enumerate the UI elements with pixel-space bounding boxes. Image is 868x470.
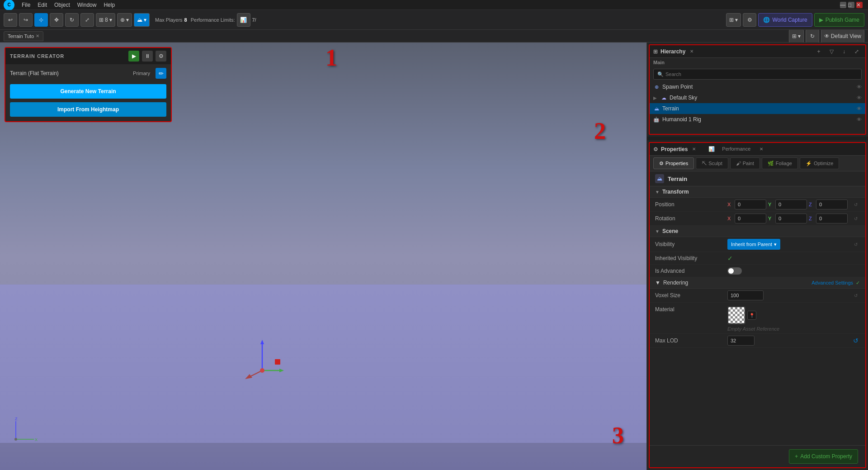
terrain-tuto-close[interactable]: ✕ — [36, 33, 39, 38]
hierarchy-item-terrain[interactable]: ⛰ Terrain 👁 — [650, 103, 865, 114]
add-custom-property-btn[interactable]: + Add Custom Property — [789, 449, 858, 464]
properties-close-btn[interactable]: ✕ — [692, 147, 696, 152]
voxel-size-reset-btn[interactable]: ↺ — [852, 291, 860, 299]
rotation-reset-btn[interactable]: ↺ — [852, 214, 860, 223]
properties-icon: ⚙ — [653, 146, 658, 152]
annotation-1: 1 — [326, 46, 337, 70]
redo-btn[interactable]: ↪ — [19, 13, 33, 27]
nav-tab-properties[interactable]: ⚙ Properties — [653, 157, 694, 169]
menu-object[interactable]: Object — [54, 2, 70, 8]
maximize-btn[interactable]: □ — [848, 2, 854, 8]
viewport[interactable]: TERRAIN CREATOR ▶ ⏸ ⚙ Terrain (Flat Terr… — [0, 43, 646, 470]
rotate-tool-btn[interactable]: ↻ — [65, 13, 79, 27]
nav-tab-paint[interactable]: 🖌 Paint — [730, 157, 760, 169]
panel-spacer — [647, 137, 868, 140]
hierarchy-item-spawn[interactable]: ⊕ Spawn Point 👁 — [650, 81, 865, 92]
pos-x-input[interactable] — [735, 199, 766, 209]
performance-icon: 📊 — [708, 146, 715, 152]
menu-window[interactable]: Window — [77, 2, 97, 8]
rot-z-input[interactable] — [816, 214, 848, 223]
nav-tab-optimize[interactable]: ⚡ Optimize — [800, 157, 839, 169]
is-advanced-label: Is Advanced — [655, 268, 727, 274]
terrain-visibility-icon[interactable]: 👁 — [857, 106, 862, 111]
transform-section-header[interactable]: ▼ Transform — [650, 186, 865, 198]
transform-mode-btn[interactable]: ⊕ ▾ — [117, 13, 132, 27]
world-capture-btn[interactable]: 🌐 World Capture — [758, 13, 812, 27]
max-lod-input[interactable] — [727, 336, 755, 346]
hierarchy-options-btn[interactable]: ↓ — [839, 47, 849, 57]
import-heightmap-btn[interactable]: Import From Heightmap — [10, 102, 166, 117]
performance-tab[interactable]: Performance — [717, 143, 755, 155]
generate-terrain-btn[interactable]: Generate New Terrain — [10, 84, 166, 99]
toolbar-right: ⊞ ▾ ⚙ 🌐 World Capture ▶ Publish Game — [726, 13, 864, 27]
settings-btn[interactable]: ⚙ — [743, 13, 756, 27]
view-mode-btn[interactable]: ⊞ ▾ — [726, 13, 741, 27]
sky-expand-arrow[interactable]: ▶ — [653, 95, 658, 100]
default-view-btn[interactable]: 👁 Default View — [821, 29, 864, 43]
voxel-size-input[interactable] — [727, 290, 764, 300]
visibility-reset-btn[interactable]: ↺ — [852, 240, 860, 248]
spawn-visibility-icon[interactable]: 👁 — [857, 84, 862, 90]
hierarchy-add-btn[interactable]: + — [814, 47, 824, 57]
pause-btn[interactable]: ⏸ — [142, 51, 153, 62]
scale-tool-btn[interactable]: ⤢ — [80, 13, 94, 27]
material-locate-btn[interactable]: 📍 — [747, 311, 756, 320]
minimize-btn[interactable]: — — [840, 2, 846, 8]
menu-file[interactable]: File — [22, 2, 30, 8]
rot-y-input[interactable] — [775, 214, 807, 223]
sky-visibility-icon[interactable]: 👁 — [857, 95, 862, 100]
hierarchy-close-btn[interactable]: ✕ — [690, 49, 693, 54]
visibility-dropdown-value: Inherit from Parent — [731, 242, 772, 247]
publish-game-btn[interactable]: ▶ Publish Game — [814, 13, 864, 27]
hierarchy-filter-btn[interactable]: ▽ — [826, 47, 836, 57]
settings-gear-btn[interactable]: ⚙ — [156, 51, 166, 62]
nav-tab-foliage[interactable]: 🌿 Foliage — [762, 157, 798, 169]
terrain-creator-header: TERRAIN CREATOR ▶ ⏸ ⚙ — [5, 48, 171, 64]
max-players-label: Max Players — [155, 17, 183, 23]
terrain-tuto-tab[interactable]: Terrain Tuto ✕ — [4, 31, 43, 41]
refresh-btn[interactable]: ↻ — [806, 29, 819, 43]
properties-scroll[interactable]: ▼ Transform Position X Y Z ↺ — [650, 186, 865, 445]
undo-btn[interactable]: ↩ — [4, 13, 17, 27]
material-preview[interactable] — [727, 306, 745, 324]
hierarchy-expand-btn[interactable]: ⤢ — [852, 47, 862, 57]
default-sky-icon: ☁ — [660, 95, 667, 101]
rendering-section-header[interactable]: ▼ Rendering Advanced Settings ✓ — [650, 277, 865, 289]
view-layout-btn[interactable]: ⊞ ▾ — [789, 29, 804, 43]
select-tool-btn[interactable]: ⊹ — [34, 13, 48, 27]
hierarchy-item-sky[interactable]: ▶ ☁ Default Sky 👁 — [650, 92, 865, 103]
snap-btn[interactable]: ⊞ 8 ▾ — [96, 13, 115, 27]
optimize-tab-icon: ⚡ — [806, 161, 812, 166]
hierarchy-icon: ⊞ — [653, 48, 658, 55]
advanced-settings-link[interactable]: Advanced Settings — [811, 280, 853, 285]
menu-help[interactable]: Help — [104, 2, 115, 8]
hierarchy-item-humanoid[interactable]: 🤖 Humanoid 1 Rig 👁 — [650, 114, 865, 125]
move-tool-btn[interactable]: ✥ — [50, 13, 63, 27]
terrain-creator-panel: TERRAIN CREATOR ▶ ⏸ ⚙ Terrain (Flat Terr… — [5, 47, 172, 122]
properties-header: ⚙ Properties ✕ 📊 Performance ✕ — [650, 143, 865, 156]
visibility-dropdown-arrow: ▾ — [774, 242, 777, 247]
terrain-tool-btn[interactable]: ⛰ ▾ — [134, 13, 150, 27]
performance-close-btn[interactable]: ✕ — [760, 147, 763, 152]
perf-icon-btn[interactable]: 📊 — [237, 13, 250, 27]
position-reset-btn[interactable]: ↺ — [852, 200, 860, 209]
pos-y-input[interactable] — [775, 199, 807, 209]
scene-section-header[interactable]: ▼ Scene — [650, 226, 865, 237]
terrain-edit-btn[interactable]: ✏ — [156, 68, 166, 79]
rot-x-input[interactable] — [735, 214, 766, 223]
hierarchy-title: Hierarchy — [660, 48, 685, 55]
close-btn[interactable]: ✕ — [856, 2, 863, 8]
hierarchy-search-input[interactable] — [665, 71, 858, 77]
is-advanced-toggle[interactable] — [727, 267, 742, 275]
max-lod-reset-btn[interactable]: ↺ — [852, 337, 860, 345]
humanoid-visibility-icon[interactable]: 👁 — [857, 117, 862, 122]
add-custom-label: Add Custom Property — [800, 453, 852, 460]
hierarchy-search-box[interactable]: 🔍 — [653, 69, 862, 80]
pos-z-input[interactable] — [816, 199, 848, 209]
rot-z-label: Z — [809, 216, 814, 221]
play-btn[interactable]: ▶ — [128, 51, 139, 62]
nav-tab-sculpt[interactable]: ⛏ Sculpt — [696, 157, 728, 169]
visibility-dropdown[interactable]: Inherit from Parent ▾ — [727, 239, 780, 250]
hierarchy-panel: ⊞ Hierarchy ✕ + ▽ ↓ ⤢ Main 🔍 ⊕ Spawn Poi… — [649, 44, 866, 135]
menu-edit[interactable]: Edit — [38, 2, 47, 8]
